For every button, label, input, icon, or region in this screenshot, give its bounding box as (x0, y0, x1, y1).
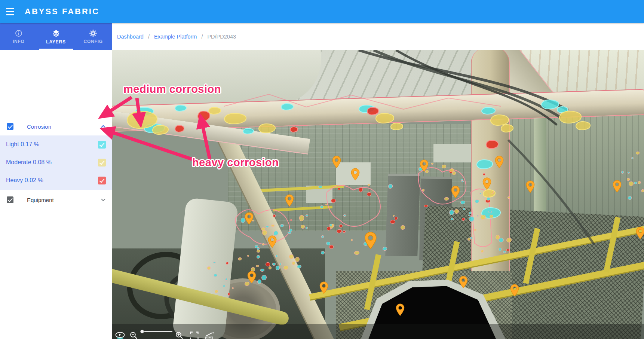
yellow-corrosion-speck (481, 215, 485, 220)
red-corrosion-speck (226, 262, 228, 265)
red-corrosion-speck (327, 227, 331, 230)
moderate-label: Moderate 0.08 % (6, 159, 52, 166)
zoom-slider[interactable] (139, 329, 175, 334)
map-pin-marker[interactable] (245, 212, 254, 225)
yellow-corrosion-speck (422, 189, 424, 192)
tab-config[interactable]: CONFIG (74, 23, 112, 50)
red-corrosion-speck (338, 187, 340, 190)
yellow-corrosion-speck (351, 239, 353, 241)
breadcrumb-current: PD/PD2043 (207, 34, 236, 40)
layer-item-heavy: Heavy 0.02 % (0, 171, 112, 189)
map-pin-marker[interactable] (526, 180, 535, 193)
equipment-label: Equipment (27, 197, 54, 203)
layer-group-equipment: Equipment (0, 191, 112, 209)
top-app-bar: ABYSS FABRIC (0, 0, 644, 23)
viewer-toolbar (112, 324, 644, 339)
cyan-corrosion-speck (297, 265, 301, 268)
red-corrosion-speck (367, 192, 371, 196)
cyan-corrosion-speck (621, 171, 623, 174)
map-pin-marker[interactable] (351, 168, 360, 181)
map-pin-marker[interactable] (332, 156, 341, 168)
tab-label: LAYERS (46, 39, 65, 45)
chevron-up-icon[interactable] (101, 125, 106, 128)
scene-outlines (112, 50, 644, 339)
chevron-down-icon[interactable] (101, 198, 106, 202)
tab-info[interactable]: INFO (0, 23, 37, 50)
map-pin-marker[interactable] (451, 186, 460, 198)
cyan-corrosion-speck (213, 262, 216, 263)
map-pin-marker[interactable] (510, 284, 519, 297)
layer-item-moderate: Moderate 0.08 % (0, 153, 112, 171)
cyan-corrosion-speck (272, 263, 275, 266)
layer-item-light: Light 0.17 % (0, 135, 112, 153)
map-pin-marker[interactable] (364, 232, 377, 250)
cyan-corrosion-speck (468, 215, 470, 217)
cyan-corrosion-speck (320, 205, 324, 208)
cyan-corrosion-speck (329, 224, 332, 226)
cyan-corrosion-speck (288, 232, 291, 234)
yellow-corrosion-speck (354, 251, 359, 255)
tab-label: CONFIG (83, 39, 102, 44)
light-checkbox[interactable] (98, 141, 106, 149)
map-pin-marker[interactable] (268, 235, 277, 248)
yellow-corrosion-speck (444, 197, 448, 201)
breadcrumb-separator: / (148, 34, 150, 40)
cyan-corrosion-speck (279, 263, 282, 265)
breadcrumb-dashboard[interactable]: Dashboard (117, 34, 144, 40)
map-pin-marker[interactable] (459, 276, 468, 288)
menu-icon[interactable] (6, 7, 16, 16)
yellow-corrosion-speck (207, 266, 211, 269)
yellow-corrosion-speck (283, 266, 288, 270)
layers-panel: Corrosion Light 0.17 % Moderate 0.08 % H… (0, 50, 112, 339)
cyan-corrosion-speck (255, 245, 258, 248)
red-corrosion-speck (290, 219, 292, 221)
tab-layers[interactable]: LAYERS (37, 23, 75, 50)
map-pin-marker[interactable] (319, 281, 328, 294)
yellow-corrosion-speck (325, 204, 328, 205)
yellow-corrosion-speck (256, 265, 259, 267)
tab-label: INFO (13, 39, 25, 44)
cyan-corrosion-speck (214, 274, 217, 277)
corrosion-checkbox[interactable] (7, 123, 13, 130)
map-pin-marker[interactable] (285, 194, 294, 207)
red-corrosion-speck (424, 205, 428, 207)
map-pin-marker[interactable] (247, 271, 256, 284)
map-pin-marker[interactable] (495, 156, 504, 168)
moderate-checkbox[interactable] (98, 159, 106, 167)
breadcrumb: Dashboard / Example Platform / PD/PD2043 (112, 23, 644, 50)
breadcrumb-platform[interactable]: Example Platform (154, 34, 197, 40)
yellow-corrosion-speck (452, 171, 456, 175)
yellow-corrosion-speck (490, 215, 494, 218)
app-logo: ABYSS FABRIC (25, 7, 99, 16)
cyan-corrosion-speck (326, 242, 330, 245)
map-pin-marker[interactable] (636, 227, 644, 239)
equipment-checkbox[interactable] (7, 196, 13, 203)
corrosion-sublist: Light 0.17 % Moderate 0.08 % Heavy 0.02 … (0, 135, 112, 190)
cyan-corrosion-speck (463, 208, 466, 210)
yellow-corrosion-speck (271, 225, 275, 227)
cyan-corrosion-speck (475, 199, 479, 203)
map-pin-marker[interactable] (396, 303, 405, 316)
cyan-corrosion-speck (306, 227, 308, 229)
cyan-corrosion-speck (261, 275, 266, 280)
map-pin-marker[interactable] (613, 180, 622, 193)
corrosion-label: Corrosion (27, 123, 51, 130)
yellow-corrosion-speck (507, 196, 510, 199)
yellow-corrosion-speck (442, 165, 446, 168)
cyan-corrosion-speck (628, 172, 629, 174)
cyan-corrosion-speck (321, 251, 324, 254)
layers-icon (52, 29, 60, 37)
cyan-corrosion-speck (499, 238, 503, 242)
panorama-viewer[interactable] (112, 50, 644, 339)
yellow-corrosion-speck (299, 215, 304, 221)
heavy-label: Heavy 0.02 % (6, 177, 43, 184)
cyan-corrosion-speck (479, 193, 481, 194)
map-pin-marker[interactable] (482, 177, 491, 190)
red-corrosion-speck (266, 262, 270, 266)
red-corrosion-speck (395, 217, 398, 220)
map-pin-marker[interactable] (420, 159, 429, 172)
red-corrosion-speck (483, 173, 485, 175)
info-icon (15, 30, 22, 37)
yellow-corrosion-speck (295, 257, 300, 262)
heavy-checkbox[interactable] (98, 177, 106, 184)
